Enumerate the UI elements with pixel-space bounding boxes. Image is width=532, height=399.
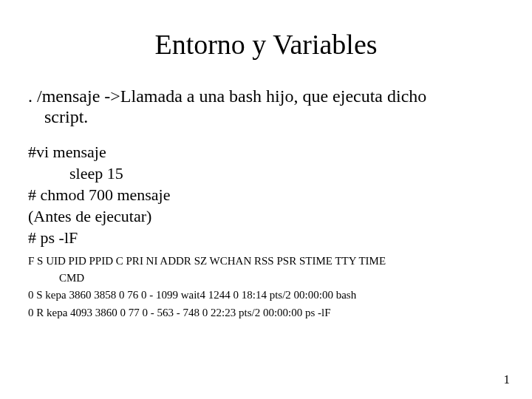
ps-header: F S UID PID PPID C PRI NI ADDR SZ WCHAN … xyxy=(28,253,504,287)
slide-title: Entorno y Variables xyxy=(28,28,504,61)
code-block: #vi mensaje sleep 15 # chmod 700 mensaje… xyxy=(28,141,504,248)
lead-line-2: script. xyxy=(28,106,504,127)
lead-paragraph: . /mensaje ->Llamada a una bash hijo, qu… xyxy=(28,86,504,128)
ps-header-main: F S UID PID PPID C PRI NI ADDR SZ WCHAN … xyxy=(28,255,386,267)
code-line: (Antes de ejecutar) xyxy=(28,205,504,227)
lead-line-1: . /mensaje ->Llamada a una bash hijo, qu… xyxy=(28,86,426,106)
ps-row: 0 S kepa 3860 3858 0 76 0 - 1099 wait4 1… xyxy=(28,287,504,304)
code-line: # ps -lF xyxy=(28,227,504,248)
ps-row: 0 R kepa 4093 3860 0 77 0 - 563 - 748 0 … xyxy=(28,304,504,321)
code-line: # chmod 700 mensaje xyxy=(28,184,504,205)
page-number: 1 xyxy=(504,372,511,387)
code-line: #vi mensaje xyxy=(28,141,504,163)
code-line: sleep 15 xyxy=(28,163,504,184)
ps-header-cmd: CMD xyxy=(28,270,504,287)
slide: Entorno y Variables . /mensaje ->Llamada… xyxy=(0,0,532,399)
